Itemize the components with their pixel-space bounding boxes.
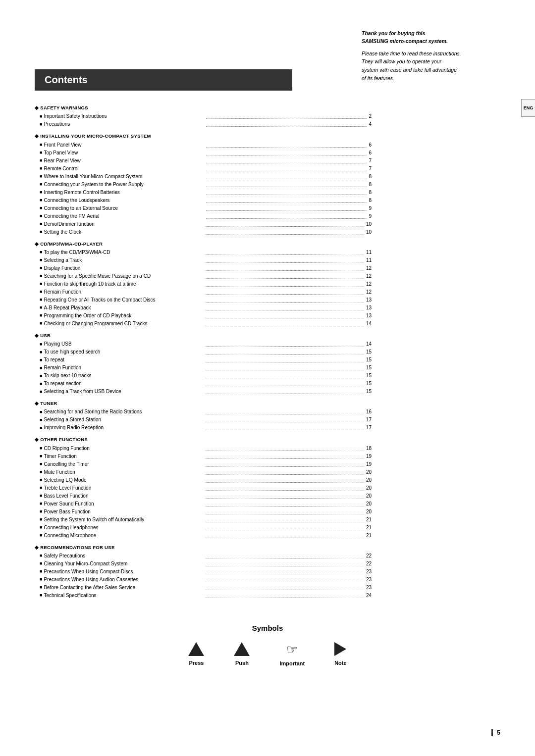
toc-bullet: ■ xyxy=(40,213,42,220)
toc-bullet: ■ xyxy=(40,425,42,432)
toc-bullet: ■ xyxy=(40,524,42,531)
toc-page-number: 13 xyxy=(366,312,372,319)
toc-page-number: 23 xyxy=(366,584,372,591)
toc-page-number: 17 xyxy=(366,424,372,431)
toc-bullet: ■ xyxy=(40,365,42,372)
toc-item: ■Power Sound Function20 xyxy=(35,500,372,507)
toc-item-text: Mute Function xyxy=(44,468,203,476)
toc-item: ■Cleaning Your Micro-Compact System22 xyxy=(35,560,372,567)
toc-dots xyxy=(205,522,364,522)
toc-dots xyxy=(205,558,364,558)
toc-dots xyxy=(206,118,367,119)
toc-bullet: ■ xyxy=(40,469,42,476)
toc-page-number: 24 xyxy=(366,592,372,599)
toc-item: ■Before Contacting the After-Sales Servi… xyxy=(35,584,372,591)
toc-page-number: 4 xyxy=(369,120,372,128)
toc-bullet: ■ xyxy=(40,417,42,424)
toc-bullet: ■ xyxy=(40,257,42,264)
toc-item: ■To play the CD/MP3/WMA-CD11 xyxy=(35,249,372,256)
toc-item: ■Technical Specifications24 xyxy=(35,592,372,599)
symbol-item: Press xyxy=(188,642,204,666)
toc-dots xyxy=(205,286,364,287)
toc-item: ■Front Panel View6 xyxy=(35,141,372,149)
toc-item-text: Connecting to an External Source xyxy=(44,204,204,212)
toc-bullet: ■ xyxy=(40,532,42,539)
toc-item: ■Selecting EQ Mode20 xyxy=(35,476,372,484)
toc-dots xyxy=(205,474,364,475)
toc-dots xyxy=(205,386,364,386)
toc-page-number: 20 xyxy=(366,500,372,507)
toc-item-text: Connecting Microphone xyxy=(44,532,203,539)
toc-dots xyxy=(205,566,364,566)
toc-item-text: Cleaning Your Micro-Compact System xyxy=(44,560,203,567)
toc-bullet: ■ xyxy=(40,249,42,256)
toc-bullet: ■ xyxy=(40,197,42,204)
toc-page-number: 14 xyxy=(366,320,372,327)
toc-item-text: Connecting your System to the Power Supp… xyxy=(44,181,204,188)
toc-item-text: Inserting Remote Control Batteries xyxy=(44,189,204,196)
toc-item-text: Remain Function xyxy=(44,288,203,296)
symbols-title: Symbols xyxy=(252,624,283,632)
toc-item: ■Mute Function20 xyxy=(35,468,372,476)
toc-item: ■Where to Install Your Micro-Compact Sys… xyxy=(35,173,372,180)
toc-page-number: 15 xyxy=(366,388,372,395)
toc-dots xyxy=(205,262,364,263)
toc-item-text: Display Function xyxy=(44,264,203,272)
toc-item-text: Remote Control xyxy=(44,165,204,172)
toc-section-header: ◆ Recommendations For Use xyxy=(35,544,372,551)
toc-page-number: 22 xyxy=(366,560,372,567)
toc-bullet: ■ xyxy=(40,373,42,380)
toc-item-text: Searching for and Storing the Radio Stat… xyxy=(44,408,203,415)
toc-bullet: ■ xyxy=(40,265,42,272)
toc-item: ■Treble Level Function20 xyxy=(35,484,372,492)
toc-bullet: ■ xyxy=(40,205,42,212)
toc-item-text: Playing USB xyxy=(44,340,203,348)
note-icon xyxy=(334,642,346,657)
toc-bullet: ■ xyxy=(40,453,42,460)
toc-bullet: ■ xyxy=(40,121,42,128)
symbol-item: Note xyxy=(334,642,346,666)
toc-item: ■Repeating One or All Tracks on the Comp… xyxy=(35,296,372,303)
toc-item-text: Precautions When Using Audion Cassettes xyxy=(44,576,203,583)
toc-page-number: 19 xyxy=(366,460,372,468)
toc-dots xyxy=(205,226,364,227)
toc-page-number: 20 xyxy=(366,468,372,476)
toc-item-text: Precautions When Using Compact Discs xyxy=(44,568,203,575)
symbol-label: Important xyxy=(279,660,305,666)
toc-item-text: Important Safety Instructions xyxy=(44,112,204,120)
toc-page-number: 8 xyxy=(369,197,372,204)
eng-badge: ENG xyxy=(521,99,535,117)
toc-item: ■Power Bass Function20 xyxy=(35,508,372,515)
toc-dots xyxy=(205,294,364,295)
toc-dots xyxy=(205,362,364,362)
toc-dots xyxy=(206,126,367,127)
toc-item-text: Rear Panel View xyxy=(44,157,204,164)
toc-dots xyxy=(205,234,364,235)
page-number: 5 xyxy=(491,729,500,736)
toc-dots xyxy=(205,598,364,598)
toc-dots xyxy=(206,179,367,179)
toc-dots xyxy=(205,346,364,347)
toc-page-number: 2 xyxy=(369,112,372,120)
toc-item: ■Timer Function19 xyxy=(35,453,372,460)
toc-bullet: ■ xyxy=(40,281,42,288)
toc-page-number: 21 xyxy=(366,524,372,531)
toc-bullet: ■ xyxy=(40,173,42,180)
toc-bullet: ■ xyxy=(40,320,42,327)
page-container: Thank you for buying this SAMSUNG micro-… xyxy=(0,0,535,756)
toc-item: ■Setting the System to Switch off Automa… xyxy=(35,516,372,523)
toc-dots xyxy=(205,490,364,491)
toc-page-number: 12 xyxy=(366,280,372,288)
toc-dots xyxy=(205,466,364,467)
toc-item: ■Precautions When Using Compact Discs23 xyxy=(35,568,372,575)
toc-item: ■Rear Panel View7 xyxy=(35,157,372,164)
toc-dots xyxy=(205,538,364,538)
toc-bullet: ■ xyxy=(40,221,42,228)
symbols-row: PressPush☞ImportantNote xyxy=(188,642,346,666)
toc-item-text: Connecting Headphones xyxy=(44,524,203,531)
toc-item: ■Remain Function15 xyxy=(35,364,372,371)
toc-page-number: 9 xyxy=(369,212,372,220)
press-icon xyxy=(188,642,204,657)
toc-page-number: 6 xyxy=(369,141,372,149)
toc-item-text: Repeating One or All Tracks on the Compa… xyxy=(44,296,203,303)
